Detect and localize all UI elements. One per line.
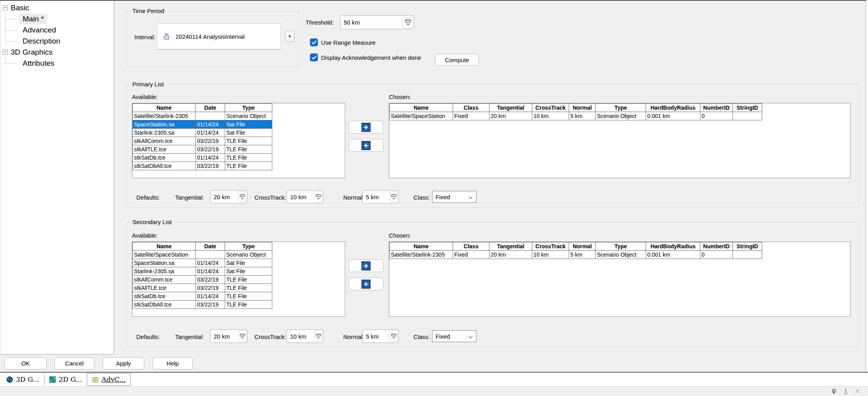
primary-available-list[interactable]: NameDateTypeSatellite/Starlink-2305Scena…	[132, 103, 345, 178]
table-row[interactable]: stkAllComm.tce03/22/19TLE File	[133, 137, 272, 145]
column-header-name[interactable]: Name	[133, 242, 196, 251]
window-tab-3d-g-[interactable]: 3D G...	[2, 373, 44, 385]
ruler-unit-icon	[391, 194, 396, 200]
tree-collapse-icon[interactable]	[3, 50, 8, 55]
column-header-type[interactable]: Type	[596, 104, 646, 112]
display-ack-checkbox[interactable]	[310, 53, 318, 61]
column-header-type[interactable]: Type	[225, 104, 272, 112]
column-header-hardbodyradius[interactable]: HardBodyRadius	[646, 104, 700, 112]
use-range-measure-checkbox[interactable]	[310, 38, 318, 46]
table-cell: 5 km	[569, 251, 596, 259]
close-icon[interactable]	[855, 388, 860, 394]
table-row[interactable]: stkSatDb.tce01/14/24TLE File	[133, 154, 272, 162]
help-button[interactable]: Help	[153, 357, 193, 369]
table-row[interactable]: Satellite/SpaceStationFixed20 km10 km5 k…	[390, 112, 762, 120]
threshold-unit-button[interactable]	[403, 17, 413, 28]
primary-normal-input[interactable]: 5 km	[362, 190, 399, 204]
flask-icon[interactable]	[843, 388, 849, 395]
secondary-move-right-button[interactable]	[349, 259, 383, 272]
primary-crosstrack-input[interactable]: 10 km	[287, 190, 323, 204]
compute-button[interactable]: Compute	[435, 54, 479, 66]
primary-move-right-button[interactable]	[349, 121, 383, 133]
table-row[interactable]: Starlink-2305.sa01/14/24Sat File	[133, 267, 272, 276]
cancel-button[interactable]: Cancel	[54, 357, 94, 369]
primary-chosen-list[interactable]: NameClassTangentialCrossTrackNormalTypeH…	[389, 103, 851, 178]
secondary-crosstrack-input[interactable]: 10 km	[287, 329, 323, 343]
pin-icon[interactable]	[831, 388, 837, 395]
unit-button[interactable]	[238, 331, 246, 342]
table-row[interactable]: Satellite/Starlink-2305Fixed20 km10 km5 …	[390, 251, 762, 259]
column-header-stringid[interactable]: StringID	[733, 104, 762, 112]
primary-crosstrack-value: 10 km	[290, 194, 306, 200]
table-row[interactable]: stkSatDb.tce01/14/24TLE File	[133, 292, 272, 301]
primary-move-left-button[interactable]	[349, 139, 383, 152]
column-header-name[interactable]: Name	[390, 242, 453, 251]
column-header-class[interactable]: Class	[453, 242, 489, 251]
table-cell: Scenario Object	[225, 112, 272, 120]
unit-button[interactable]	[314, 191, 322, 202]
column-header-normal[interactable]: Normal	[569, 242, 596, 251]
unit-button[interactable]	[390, 331, 398, 342]
sidebar-item-attributes[interactable]: Attributes	[0, 58, 114, 69]
column-header-name[interactable]: Name	[133, 104, 196, 112]
table-row[interactable]: SpaceStation.sa01/14/24Sat File	[133, 259, 272, 267]
secondary-available-list[interactable]: NameDateTypeSatellite/SpaceStationScenar…	[132, 242, 345, 317]
time-period-group-label: Time Period	[130, 8, 166, 14]
column-header-name[interactable]: Name	[390, 104, 453, 112]
map-icon	[49, 376, 56, 383]
column-header-date[interactable]: Date	[196, 104, 225, 112]
column-header-tangential[interactable]: Tangential	[489, 242, 532, 251]
window-tab-2d-g-[interactable]: 2D G...	[44, 373, 87, 385]
table-row[interactable]: Starlink-2305.sa01/14/24Sat File	[133, 129, 272, 137]
primary-tangential-input[interactable]: 20 km	[210, 190, 247, 204]
sidebar-item-basic[interactable]: Basic	[0, 2, 114, 13]
secondary-normal-input[interactable]: 5 km	[362, 329, 399, 343]
column-header-numberid[interactable]: NumberID	[700, 242, 733, 251]
right-scroll-strip[interactable]	[866, 1, 868, 372]
threshold-input[interactable]: 50 km	[340, 15, 414, 29]
secondary-class-select[interactable]: Fixed	[432, 330, 476, 342]
column-header-type[interactable]: Type	[596, 242, 646, 251]
table-row[interactable]: stkAllComm.tce03/22/19TLE File	[133, 276, 272, 284]
tree-item-label: Main *	[19, 14, 47, 24]
column-header-normal[interactable]: Normal	[569, 104, 596, 112]
unit-button[interactable]	[314, 331, 322, 342]
window-tab-advc-[interactable]: AdvC...	[87, 373, 131, 386]
table-row[interactable]: SpaceStation.sa01/14/24Sat File	[133, 120, 272, 129]
secondary-chosen-list[interactable]: NameClassTangentialCrossTrackNormalTypeH…	[389, 242, 851, 317]
table-cell: TLE File	[225, 137, 272, 145]
primary-class-select[interactable]: Fixed	[432, 191, 476, 203]
column-header-stringid[interactable]: StringID	[733, 242, 762, 251]
secondary-crosstrack-label: CrossTrack:	[254, 333, 286, 340]
table-row[interactable]: stkSatDbAll.tce03/22/19TLE File	[133, 162, 272, 170]
column-header-crosstrack[interactable]: CrossTrack	[532, 242, 569, 251]
column-header-hardbodyradius[interactable]: HardBodyRadius	[646, 242, 700, 251]
unit-button[interactable]	[238, 191, 246, 202]
table-row[interactable]: stkAllTLE.tce03/22/19TLE File	[133, 145, 272, 154]
sidebar-item-advanced[interactable]: Advanced	[0, 25, 114, 36]
table-cell: TLE File	[225, 276, 272, 284]
table-row[interactable]: Satellite/Starlink-2305Scenario Object	[133, 112, 272, 120]
sidebar-item-3d-graphics[interactable]: 3D Graphics	[0, 47, 114, 58]
column-header-numberid[interactable]: NumberID	[700, 104, 733, 112]
interval-field[interactable]: 20240114 AnalysisInterval	[157, 23, 281, 50]
table-cell: 03/22/19	[196, 145, 225, 154]
interval-dropdown-button[interactable]: ▼	[285, 31, 294, 42]
tree-collapse-icon[interactable]	[3, 5, 8, 10]
column-header-date[interactable]: Date	[196, 242, 225, 251]
column-header-tangential[interactable]: Tangential	[489, 104, 532, 112]
table-row[interactable]: Satellite/SpaceStationScenario Object	[133, 251, 272, 259]
table-cell: 0	[700, 251, 733, 259]
column-header-crosstrack[interactable]: CrossTrack	[532, 104, 569, 112]
ok-button[interactable]: OK	[4, 357, 47, 369]
unit-button[interactable]	[390, 191, 398, 202]
column-header-class[interactable]: Class	[453, 104, 489, 112]
sidebar-item-main-[interactable]: Main *	[0, 13, 114, 25]
sidebar-item-description[interactable]: Description	[0, 36, 114, 47]
apply-button[interactable]: Apply	[103, 357, 144, 369]
table-row[interactable]: stkAllTLE.tce03/22/19TLE File	[133, 284, 272, 292]
secondary-tangential-input[interactable]: 20 km	[210, 329, 247, 343]
column-header-type[interactable]: Type	[225, 242, 272, 251]
secondary-move-left-button[interactable]	[349, 278, 383, 290]
table-row[interactable]: stkSatDbAll.tce03/22/19TLE File	[133, 301, 272, 309]
